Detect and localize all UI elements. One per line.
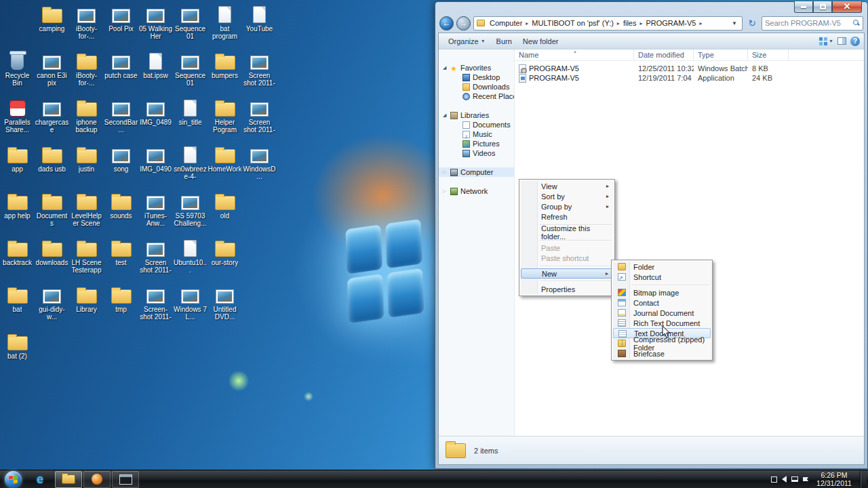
breadcrumb-item[interactable]: Computer (488, 18, 524, 28)
desktop-icon[interactable]: bumpers (208, 49, 242, 96)
desktop-icon[interactable]: test (104, 237, 138, 283)
desktop-icon[interactable]: sin_title (174, 96, 208, 143)
explorer-window[interactable]: ✕ ← → Computer ▸ MULTIBOOT on 'psf' (Y:)… (435, 1, 868, 469)
desktop-icon[interactable]: IMG_0489 (139, 96, 173, 143)
desktop-icon[interactable]: Pool Pix (104, 3, 138, 49)
desktop-icon[interactable]: sn0wbreeze-4-5.0.1.ipsw (174, 143, 208, 190)
submenu-item[interactable]: Briefcase (613, 348, 711, 359)
taskbar-command-prompt-button[interactable] (112, 471, 139, 488)
tray-app-icon[interactable] (771, 476, 777, 483)
change-view-button[interactable]: ▼ (819, 37, 833, 45)
sidebar-item[interactable]: Videos (439, 148, 514, 158)
minimize-button[interactable] (794, 1, 813, 13)
taskbar-internet-explorer-button[interactable]: e (26, 471, 54, 488)
sidebar-item[interactable]: Desktop (439, 73, 514, 82)
volume-icon[interactable] (782, 476, 787, 483)
desktop-icon[interactable]: iphone backup (70, 96, 104, 143)
sidebar-item[interactable]: Computer (439, 167, 514, 177)
breadcrumb-item[interactable]: files (621, 18, 639, 28)
desktop-icon[interactable]: dads usb (35, 143, 69, 190)
expander-icon[interactable] (443, 169, 450, 175)
desktop-icon[interactable]: 05 Walking Her Home... (139, 3, 173, 49)
desktop-icon[interactable]: justin (70, 143, 104, 190)
refresh-button[interactable]: ↻ (745, 16, 759, 30)
desktop-icon[interactable]: app (1, 143, 35, 190)
desktop-icon[interactable]: Sequence 01 (174, 3, 208, 49)
submenu-item[interactable]: Shortcut (613, 272, 711, 282)
show-desktop-button[interactable] (860, 470, 867, 488)
sidebar-item[interactable]: Libraries (439, 110, 514, 120)
desktop-icon[interactable]: YouTube (243, 3, 277, 49)
desktop-icon[interactable]: bat (1, 283, 35, 330)
desktop-icon[interactable]: LH Scene Testerapp (70, 237, 104, 283)
desktop-icon[interactable]: iBooty-for-... (70, 3, 104, 49)
submenu-item[interactable]: Bitmap image (613, 287, 711, 298)
context-menu-item[interactable]: Customize this folder... ▸ (521, 227, 613, 237)
sidebar-item[interactable]: Documents (439, 120, 514, 129)
address-dropdown-icon[interactable]: ▼ (730, 20, 739, 26)
sidebar-item[interactable]: Favorites (439, 63, 514, 73)
column-header-size[interactable]: Size (748, 49, 789, 60)
desktop-icon[interactable]: Screen shot 2011-12-2... (243, 96, 277, 143)
organize-button[interactable]: Organize▼ (443, 35, 491, 47)
sidebar-item[interactable]: Recent Places (439, 92, 514, 101)
desktop-icon[interactable]: Screen shot 2011-10-08... (139, 237, 173, 283)
sidebar-item[interactable]: Downloads (439, 82, 514, 92)
desktop-icon[interactable]: Documents (35, 190, 69, 237)
context-menu-item[interactable]: Paste shortcut ▸ (521, 253, 613, 263)
context-menu-item[interactable]: Sort by ▸ (521, 191, 613, 201)
context-menu-item[interactable]: Paste ▸ (521, 243, 613, 253)
desktop-icon[interactable]: chargercase (35, 96, 69, 143)
file-row[interactable]: PROGRAM-V5 12/25/2011 10:32 ... Windows … (515, 64, 864, 73)
desktop-icon[interactable]: LevelHelper Scene F... (70, 190, 104, 237)
context-menu-item[interactable]: New ▸ (521, 268, 613, 279)
desktop-icon[interactable]: tmp (104, 283, 138, 330)
desktop-icon[interactable]: HomeWork (208, 143, 242, 190)
expander-icon[interactable] (443, 188, 450, 194)
expander-icon[interactable] (443, 65, 450, 70)
desktop-icon[interactable]: bat.ipsw (139, 49, 173, 96)
taskbar-media-player-button[interactable] (83, 471, 111, 488)
maximize-button[interactable] (813, 1, 832, 13)
back-button[interactable]: ← (439, 16, 454, 30)
preview-pane-icon[interactable] (837, 37, 846, 45)
context-menu-item[interactable]: View ▸ (521, 181, 613, 191)
desktop-icon[interactable]: Ubuntu10... (174, 237, 208, 283)
sidebar-item[interactable]: Music (439, 129, 514, 139)
context-menu-item[interactable]: Properties ▸ (521, 284, 613, 294)
desktop-icon[interactable]: song (104, 143, 138, 190)
help-icon[interactable]: ? (850, 37, 860, 46)
breadcrumb[interactable]: Computer ▸ MULTIBOOT on 'psf' (Y:) ▸ fil… (473, 16, 743, 30)
desktop-icon[interactable]: Untitled DVD... (208, 283, 242, 330)
desktop-icon[interactable]: backtrack (1, 237, 35, 283)
sidebar-item[interactable]: Pictures (439, 139, 514, 148)
submenu-item[interactable]: Folder (613, 262, 711, 272)
forward-button[interactable]: → (456, 16, 471, 30)
desktop-icon[interactable]: Library (70, 283, 104, 330)
context-menu-item[interactable]: Group by ▸ (521, 201, 613, 211)
desktop-icon[interactable]: Parallels Share... (1, 96, 35, 143)
context-menu-item[interactable]: Refresh ▸ (521, 211, 613, 222)
desktop-icon[interactable]: IMG_0490 (139, 143, 173, 190)
desktop-icon[interactable]: iBooty-for-... (70, 49, 104, 96)
submenu-item[interactable]: Contact (613, 298, 711, 308)
desktop-icon[interactable]: camping (35, 3, 69, 49)
desktop-icon[interactable]: our-story (208, 237, 242, 283)
desktop-icon[interactable]: canon E3i pix (35, 49, 69, 96)
desktop-icon[interactable]: bat (2) (1, 330, 35, 377)
desktop-icon[interactable]: app help (1, 190, 35, 237)
network-icon[interactable] (791, 476, 798, 482)
new-folder-button[interactable]: New folder (517, 35, 564, 47)
desktop-icon[interactable]: SS 59703 Challeng... (174, 190, 208, 237)
desktop-icon[interactable]: gui-didy-w... (35, 283, 69, 330)
desktop-icon[interactable]: Helper Pogram test (208, 96, 242, 143)
column-header-type[interactable]: Type (694, 49, 748, 60)
taskbar-explorer-button[interactable] (55, 471, 82, 488)
desktop-icon[interactable]: downloads (35, 237, 69, 283)
desktop-icon[interactable]: Sequence 01 (174, 49, 208, 96)
taskbar-clock[interactable]: 6:26 PM 12/31/2011 (813, 471, 855, 487)
expander-icon[interactable] (443, 113, 450, 118)
submenu-item[interactable]: Journal Document (613, 308, 711, 318)
action-center-flag-icon[interactable] (803, 477, 808, 481)
breadcrumb-item[interactable]: PROGRAM-V5 (644, 18, 698, 28)
